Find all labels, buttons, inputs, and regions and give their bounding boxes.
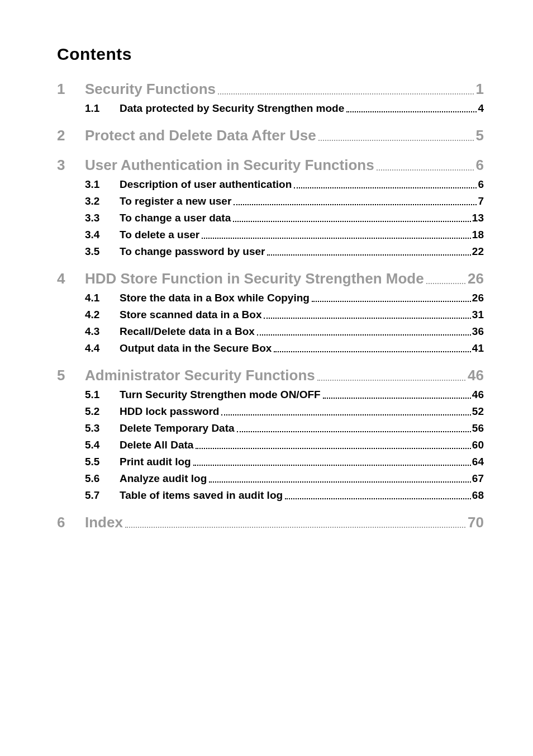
sub-number: 5.6 — [85, 472, 120, 485]
dot-leader — [274, 351, 470, 352]
sub-number: 5.2 — [85, 405, 120, 418]
toc-sub-row[interactable]: 5.7Table of items saved in audit log68 — [57, 489, 484, 502]
sub-page-number: 64 — [472, 456, 484, 468]
chapter-page-number: 26 — [468, 270, 484, 287]
chapter-title: User Authentication in Security Function… — [85, 157, 374, 174]
toc-chapter-row[interactable]: 5Administrator Security Functions46 — [57, 367, 484, 384]
toc-section: 5Administrator Security Functions465.1Tu… — [57, 367, 484, 502]
chapter-page-number: 1 — [476, 81, 484, 98]
dot-leader — [346, 111, 477, 112]
dot-leader — [221, 414, 470, 415]
toc-sub-row[interactable]: 4.4Output data in the Secure Box41 — [57, 342, 484, 355]
sub-number: 5.1 — [85, 389, 120, 401]
sub-number: 3.1 — [85, 178, 120, 191]
chapter-title: Administrator Security Functions — [85, 367, 315, 384]
sub-number: 1.1 — [85, 102, 120, 115]
sub-title: To change password by user — [120, 245, 265, 258]
dot-leader — [426, 283, 465, 284]
toc-sub-row[interactable]: 4.3Recall/Delete data in a Box36 — [57, 325, 484, 338]
toc-section: 6Index70 — [57, 514, 484, 531]
sub-page-number: 18 — [472, 229, 484, 241]
sub-title: To register a new user — [120, 195, 231, 207]
sub-page-number: 46 — [472, 389, 484, 401]
toc-sub-row[interactable]: 4.1Store the data in a Box while Copying… — [57, 292, 484, 304]
sub-number: 4.2 — [85, 309, 120, 321]
sub-number: 5.3 — [85, 422, 120, 434]
sub-title: Description of user authentication — [120, 178, 292, 191]
contents-title: Contents — [57, 45, 484, 64]
dot-leader — [209, 481, 471, 483]
toc-chapter-row[interactable]: 2Protect and Delete Data After Use5 — [57, 127, 484, 144]
sub-title: Data protected by Security Strengthen mo… — [120, 102, 344, 115]
chapter-number: 1 — [57, 81, 85, 98]
chapter-body: HDD Store Function in Security Strengthe… — [85, 270, 484, 287]
sub-page-number: 6 — [478, 178, 484, 191]
toc-sub-row[interactable]: 5.6Analyze audit log67 — [57, 472, 484, 485]
toc-sub-row[interactable]: 5.4Delete All Data60 — [57, 439, 484, 451]
sub-title: Store scanned data in a Box — [120, 309, 261, 321]
sub-number: 3.4 — [85, 229, 120, 241]
dot-leader — [202, 238, 471, 239]
sub-title: Delete All Data — [120, 439, 193, 451]
toc-sub-row[interactable]: 5.1Turn Security Strengthen mode ON/OFF4… — [57, 389, 484, 401]
sub-page-number: 67 — [472, 472, 484, 485]
dot-leader — [193, 465, 471, 466]
dot-leader — [196, 448, 471, 449]
sub-number: 5.7 — [85, 489, 120, 502]
sub-number: 3.3 — [85, 212, 120, 224]
dot-leader — [218, 93, 473, 94]
dot-leader — [264, 318, 470, 319]
sub-number: 3.5 — [85, 245, 120, 258]
dot-leader — [257, 334, 471, 336]
toc-sub-row[interactable]: 3.1Description of user authentication6 — [57, 178, 484, 191]
sub-title: Turn Security Strengthen mode ON/OFF — [120, 389, 321, 401]
dot-leader — [285, 498, 471, 499]
toc-sub-row[interactable]: 3.5To change password by user22 — [57, 245, 484, 258]
sub-title: Analyze audit log — [120, 472, 207, 485]
sub-title: Store the data in a Box while Copying — [120, 292, 310, 304]
sub-number: 4.3 — [85, 325, 120, 338]
toc-sub-row[interactable]: 3.2To register a new user7 — [57, 195, 484, 207]
sub-page-number: 60 — [472, 439, 484, 451]
toc-sub-row[interactable]: 5.2HDD lock password52 — [57, 405, 484, 418]
dot-leader — [267, 254, 470, 256]
toc-sub-row[interactable]: 4.2Store scanned data in a Box31 — [57, 309, 484, 321]
toc-chapter-row[interactable]: 1Security Functions1 — [57, 81, 484, 98]
sub-page-number: 56 — [472, 422, 484, 434]
toc-chapter-row[interactable]: 3User Authentication in Security Functio… — [57, 157, 484, 174]
toc-sub-row[interactable]: 3.3To change a user data13 — [57, 212, 484, 224]
toc-section: 1Security Functions11.1Data protected by… — [57, 81, 484, 115]
sub-title: Print audit log — [120, 456, 191, 468]
toc-section: 2Protect and Delete Data After Use5 — [57, 127, 484, 144]
sub-page-number: 52 — [472, 405, 484, 418]
toc-sub-row[interactable]: 3.4To delete a user18 — [57, 229, 484, 241]
sub-number: 5.5 — [85, 456, 120, 468]
toc-chapter-row[interactable]: 6Index70 — [57, 514, 484, 531]
toc-sub-row[interactable]: 1.1Data protected by Security Strengthen… — [57, 102, 484, 115]
chapter-page-number: 5 — [476, 127, 484, 144]
chapter-title: Index — [85, 514, 123, 531]
chapter-title: Protect and Delete Data After Use — [85, 127, 316, 144]
chapter-number: 3 — [57, 157, 85, 174]
toc-section: 4HDD Store Function in Security Strength… — [57, 270, 484, 355]
dot-leader — [318, 140, 474, 141]
sub-title: Table of items saved in audit log — [120, 489, 283, 502]
sub-title: To change a user data — [120, 212, 231, 224]
toc-sub-row[interactable]: 5.3Delete Temporary Data56 — [57, 422, 484, 434]
dot-leader — [233, 221, 471, 222]
chapter-page-number: 6 — [476, 157, 484, 174]
toc-section: 3User Authentication in Security Functio… — [57, 157, 484, 258]
chapter-title: Security Functions — [85, 81, 216, 98]
chapter-number: 5 — [57, 367, 85, 384]
dot-leader — [317, 380, 465, 381]
toc-sub-row[interactable]: 5.5Print audit log64 — [57, 456, 484, 468]
chapter-body: Administrator Security Functions46 — [85, 367, 484, 384]
dot-leader — [234, 204, 477, 205]
dot-leader — [377, 169, 474, 171]
dot-leader — [237, 431, 471, 432]
chapter-number: 2 — [57, 127, 85, 144]
sub-page-number: 41 — [472, 342, 484, 355]
toc-chapter-row[interactable]: 4HDD Store Function in Security Strength… — [57, 270, 484, 287]
dot-leader — [294, 187, 477, 188]
chapter-body: Security Functions1 — [85, 81, 484, 98]
